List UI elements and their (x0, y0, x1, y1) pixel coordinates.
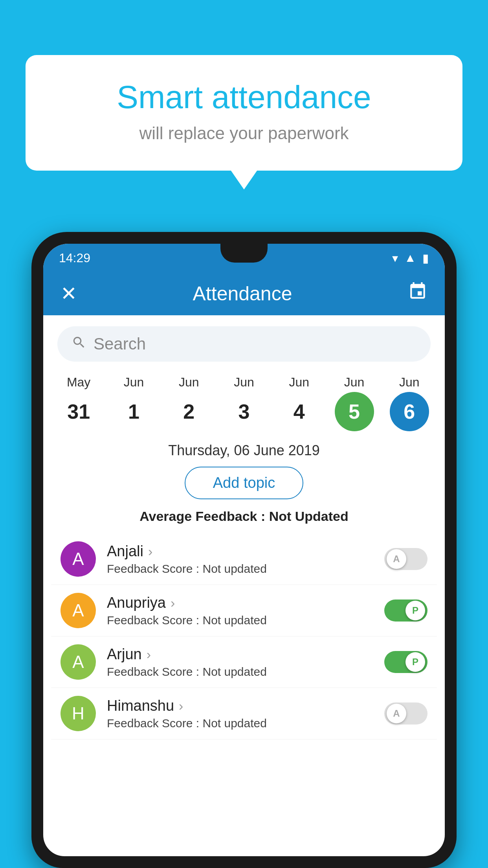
calendar-date-number: 5 (335, 392, 374, 431)
app-bar: ✕ Attendance (43, 272, 445, 315)
calendar-day-1[interactable]: Jun1 (110, 375, 157, 431)
feedback-label: Feedback Score : (107, 614, 202, 627)
toggle-knob-0: A (387, 549, 406, 569)
student-item-2[interactable]: AArjun ›Feedback Score : Not updatedP (51, 636, 437, 688)
student-item-1[interactable]: AAnupriya ›Feedback Score : Not updatedP (51, 585, 437, 636)
phone-screen: 14:29 ▾ ▲ ▮ ✕ Attendance S (43, 244, 445, 856)
toggle-container-1[interactable]: P (384, 600, 427, 622)
average-feedback-label: Average Feedback : (139, 509, 269, 524)
toggle-container-3[interactable]: A (384, 702, 427, 725)
attendance-toggle-3[interactable]: A (384, 702, 427, 725)
speech-bubble-container: Smart attendance will replace your paper… (26, 55, 462, 171)
calendar-date-number: 2 (169, 392, 209, 431)
toggle-knob-3: A (387, 704, 406, 723)
student-avatar-2: A (61, 644, 96, 680)
feedback-label: Feedback Score : (107, 665, 202, 678)
student-name-1: Anupriya › (107, 594, 384, 611)
student-feedback-2: Feedback Score : Not updated (107, 665, 384, 679)
calendar-icon[interactable] (408, 281, 427, 306)
student-name-text: Anjali (107, 543, 143, 560)
student-name-2: Arjun › (107, 646, 384, 663)
feedback-value: Not updated (202, 562, 266, 575)
toggle-container-0[interactable]: A (384, 548, 427, 570)
calendar-month-label: Jun (344, 375, 365, 390)
wifi-icon: ▾ (392, 251, 398, 265)
student-info-3: Himanshu ›Feedback Score : Not updated (107, 697, 384, 730)
student-avatar-3: H (61, 696, 96, 731)
calendar-month-label: Jun (124, 375, 144, 390)
speech-bubble-subtitle: will replace your paperwork (57, 123, 431, 143)
chevron-icon: › (179, 698, 183, 714)
status-time: 14:29 (59, 251, 90, 265)
status-icons: ▾ ▲ ▮ (392, 251, 429, 265)
toggle-knob-2: P (405, 652, 425, 672)
student-avatar-0: A (61, 541, 96, 577)
search-icon (72, 335, 86, 353)
feedback-value: Not updated (202, 717, 266, 730)
calendar-row: May31Jun1Jun2Jun3Jun4Jun5Jun6 (43, 371, 445, 431)
toggle-container-2[interactable]: P (384, 651, 427, 673)
calendar-month-label: Jun (399, 375, 420, 390)
app-bar-title: Attendance (193, 282, 292, 305)
phone-frame: 14:29 ▾ ▲ ▮ ✕ Attendance S (31, 232, 457, 868)
attendance-toggle-1[interactable]: P (384, 600, 427, 622)
feedback-label: Feedback Score : (107, 562, 202, 575)
calendar-month-label: Jun (289, 375, 309, 390)
calendar-month-label: Jun (234, 375, 254, 390)
calendar-day-6[interactable]: Jun6 (386, 375, 433, 431)
student-feedback-3: Feedback Score : Not updated (107, 717, 384, 730)
chevron-icon: › (171, 595, 175, 611)
average-feedback-value: Not Updated (269, 509, 349, 524)
calendar-month-label: Jun (179, 375, 199, 390)
student-info-0: Anjali ›Feedback Score : Not updated (107, 543, 384, 576)
attendance-toggle-0[interactable]: A (384, 548, 427, 570)
calendar-day-3[interactable]: Jun3 (220, 375, 268, 431)
notch (220, 244, 268, 263)
feedback-value: Not updated (202, 614, 266, 627)
calendar-date-number: 6 (390, 392, 429, 431)
feedback-value: Not updated (202, 665, 266, 678)
student-item-3[interactable]: HHimanshu ›Feedback Score : Not updatedA (51, 688, 437, 739)
close-icon[interactable]: ✕ (61, 282, 77, 305)
student-avatar-1: A (61, 593, 96, 628)
calendar-day-4[interactable]: Jun4 (275, 375, 323, 431)
student-info-1: Anupriya ›Feedback Score : Not updated (107, 594, 384, 627)
feedback-label: Feedback Score : (107, 717, 202, 730)
calendar-month-label: May (67, 375, 90, 390)
search-input-placeholder: Search (94, 335, 146, 353)
chevron-icon: › (148, 544, 152, 559)
calendar-day-2[interactable]: Jun2 (165, 375, 213, 431)
student-feedback-1: Feedback Score : Not updated (107, 614, 384, 627)
chevron-icon: › (147, 647, 151, 662)
student-name-text: Himanshu (107, 697, 174, 714)
student-item-0[interactable]: AAnjali ›Feedback Score : Not updatedA (51, 533, 437, 585)
student-name-3: Himanshu › (107, 697, 384, 714)
status-bar: 14:29 ▾ ▲ ▮ (43, 244, 445, 272)
average-feedback: Average Feedback : Not Updated (43, 509, 445, 524)
speech-bubble: Smart attendance will replace your paper… (26, 55, 462, 171)
add-topic-button[interactable]: Add topic (185, 467, 303, 499)
calendar-date-number: 3 (224, 392, 264, 431)
calendar-day-5[interactable]: Jun5 (331, 375, 378, 431)
student-name-text: Arjun (107, 646, 142, 663)
signal-icon: ▲ (404, 251, 416, 265)
calendar-date-number: 1 (114, 392, 153, 431)
student-list: AAnjali ›Feedback Score : Not updatedAAA… (43, 533, 445, 739)
student-name-text: Anupriya (107, 594, 166, 611)
student-name-0: Anjali › (107, 543, 384, 560)
student-feedback-0: Feedback Score : Not updated (107, 562, 384, 576)
student-info-2: Arjun ›Feedback Score : Not updated (107, 646, 384, 679)
calendar-day-0[interactable]: May31 (55, 375, 102, 431)
selected-date: Thursday, 06 June 2019 (43, 442, 445, 459)
calendar-date-number: 4 (279, 392, 319, 431)
search-bar[interactable]: Search (57, 326, 431, 362)
attendance-toggle-2[interactable]: P (384, 651, 427, 673)
toggle-knob-1: P (405, 601, 425, 620)
speech-bubble-title: Smart attendance (57, 79, 431, 116)
calendar-date-number: 31 (59, 392, 98, 431)
battery-icon: ▮ (422, 251, 429, 265)
